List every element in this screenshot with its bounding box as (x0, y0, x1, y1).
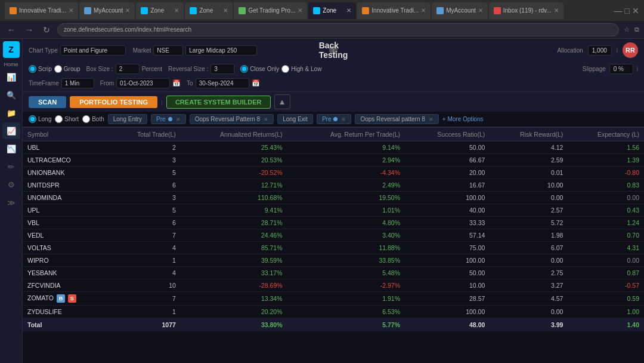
forward-btn[interactable]: → (23, 24, 36, 36)
cell-success-ratio: 16.67 (405, 179, 490, 192)
tab-7[interactable]: Innovative Tradi...✕ (357, 2, 431, 19)
from-group: From 01-Oct-2023 📅 (100, 78, 181, 88)
cell-symbol: UNIONBANK (23, 167, 109, 179)
tab-6-active[interactable]: Zone✕ (308, 2, 356, 19)
large-midcap-value[interactable]: Large Midcap 250 (185, 45, 257, 56)
date-row: TimeFrame 1 Min From 01-Oct-2023 📅 To 30… (23, 76, 644, 91)
high-low-radio[interactable]: High & Low (281, 65, 321, 73)
table-row[interactable]: ZOMATO B S713.34%1.91%28.574.570.59 (23, 292, 644, 306)
pre-entry-close[interactable]: ✕ (176, 116, 181, 122)
cell-ann-return: -20.52% (181, 167, 287, 179)
table-row[interactable]: UNITDSPR612.71%2.49%16.6710.000.83 (23, 179, 644, 192)
percent-label: Percent (142, 66, 162, 72)
cell-success-ratio: 50.00 (405, 141, 490, 154)
maximize-btn[interactable]: □ (625, 6, 630, 16)
table-row[interactable]: ZYDUSLIFE120.20%6.53%100.000.001.00 (23, 306, 644, 318)
table-row[interactable]: UNOMINDA3110.68%19.50%100.000.000.00 (23, 192, 644, 204)
to-label: To (187, 80, 193, 87)
timeframe-value[interactable]: 1 Min (61, 78, 94, 88)
cell-total-trade: 4 (109, 267, 181, 279)
both-radio[interactable]: Both (82, 115, 104, 123)
bookmark-btn[interactable]: ☆ (624, 26, 630, 33)
allocation-info[interactable]: i (617, 47, 618, 54)
table-row[interactable]: UPL59.41%1.01%40.002.570.43 (23, 204, 644, 217)
tab-8[interactable]: MyAccount✕ (432, 2, 487, 19)
tab-4[interactable]: Zone✕ (185, 2, 233, 19)
table-row[interactable]: VEDL724.46%3.40%57.141.980.70 (23, 229, 644, 242)
sidebar-item-folder[interactable]: 📁 (2, 104, 20, 121)
long-radio[interactable]: Long (29, 115, 51, 123)
reversal-label: Reversal Size : (168, 66, 208, 72)
tab-2[interactable]: MyAccount✕ (79, 2, 135, 19)
cell-success-ratio: 33.33 (405, 217, 490, 229)
reversal-input[interactable] (210, 64, 234, 74)
table-row[interactable]: ULTRACEMCO320.53%2.94%66.672.591.39 (23, 154, 644, 167)
cell-symbol: UNITDSPR (23, 179, 109, 192)
box-size-input[interactable] (116, 64, 140, 74)
back-btn[interactable]: ← (5, 24, 18, 36)
sidebar-item-scan[interactable]: 🔍 (2, 87, 20, 103)
market-value[interactable]: NSE (153, 45, 183, 56)
slippage-group: Slippage 0 % i (583, 64, 638, 74)
close-only-radio[interactable]: Close Only (240, 65, 279, 73)
reload-btn[interactable]: ↻ (41, 24, 52, 36)
cell-avg-return: 4.80% (287, 217, 405, 229)
cell-risk-reward: 4.12 (490, 141, 568, 154)
oops-entry-close[interactable]: ✕ (264, 116, 268, 122)
pre-exit-close[interactable]: ✕ (341, 116, 346, 122)
extensions-btn[interactable]: ⧉ (634, 26, 639, 33)
table-row[interactable]: YESBANK433.17%5.48%50.002.750.87 (23, 267, 644, 279)
tab-1[interactable]: Innovative Tradi...✕ (5, 2, 78, 19)
close-btn[interactable]: ✕ (632, 6, 639, 16)
create-system-button[interactable]: CREATE SYSTEM BUILDER (166, 96, 271, 109)
short-radio[interactable]: Short (55, 115, 79, 123)
scan-button[interactable]: SCAN (29, 96, 66, 108)
long-entry-chip[interactable]: Long Entry (108, 114, 147, 124)
chart-type-value[interactable]: Point and Figure (60, 45, 126, 56)
portfolio-testing-button[interactable]: PORTFOLIO TESTING (70, 96, 157, 108)
slippage-value[interactable]: 0 % (609, 64, 633, 74)
collapse-button[interactable]: ▲ (274, 94, 290, 109)
cell-symbol: ZYDUSLIFE (23, 306, 109, 318)
pre-exit-chip[interactable]: Pre ✕ (317, 114, 352, 124)
from-value[interactable]: 01-Oct-2023 (116, 78, 170, 88)
table-row[interactable]: ZFCVINDIA10-28.69%-2.97%10.003.27-0.57 (23, 279, 644, 292)
table-row[interactable]: VOLTAS485.71%11.88%75.006.074.31 (23, 242, 644, 254)
tab-5[interactable]: Get Trading Pro...✕ (234, 2, 307, 19)
table-row[interactable]: WIPRO139.59%33.85%100.000.000.00 (23, 254, 644, 267)
tab-3[interactable]: Zone✕ (136, 2, 184, 19)
app-logo[interactable]: Z (3, 41, 20, 58)
to-value[interactable]: 30-Sep-2024 (196, 78, 249, 88)
sidebar-item-analytics[interactable]: 📉 (2, 140, 20, 157)
cell-risk-reward: 10.00 (490, 179, 568, 192)
sidebar-item-chart[interactable]: 📊 (2, 69, 20, 85)
app-container: Z Home 📊 🔍 📁 📈 📉 ✏ ⚙ ≫ Chart Type Point … (0, 39, 644, 363)
address-bar[interactable]: zone.definedsecurities.com/index.html#re… (57, 23, 619, 36)
oops-entry-chip[interactable]: Oops Reversal Pattern 8 ✕ (190, 114, 274, 124)
group-radio[interactable]: Group (54, 65, 80, 73)
tab-9[interactable]: Inbox (119) - rdv...✕ (489, 2, 564, 19)
cell-risk-reward: 3.27 (490, 279, 568, 292)
table-row[interactable]: UNIONBANK5-20.52%-4.34%20.000.01-0.80 (23, 167, 644, 179)
cell-symbol: VOLTAS (23, 242, 109, 254)
oops-exit-close[interactable]: ✕ (429, 116, 434, 122)
slippage-info[interactable]: i (637, 66, 638, 72)
oops-exit-chip[interactable]: Oops Reversal pattern 8 ✕ (355, 114, 438, 124)
sidebar-item-backtesting[interactable]: 📈 (2, 122, 20, 139)
from-calendar-icon[interactable]: 📅 (172, 79, 181, 87)
cell-risk-reward: 0.00 (490, 192, 568, 204)
scrip-radio[interactable]: Scrip (29, 65, 52, 73)
table-row[interactable]: VBL628.71%4.80%33.335.721.24 (23, 217, 644, 229)
sidebar-item-edit[interactable]: ✏ (2, 158, 20, 175)
sidebar-item-settings[interactable]: ⚙ (2, 176, 20, 193)
to-calendar-icon[interactable]: 📅 (252, 79, 260, 87)
long-exit-chip[interactable]: Long Exit (277, 114, 313, 124)
allocation-value[interactable]: 1,000 (588, 45, 612, 56)
sidebar-item-more[interactable]: ≫ (2, 194, 20, 211)
minimize-btn[interactable]: — (614, 6, 623, 16)
pre-entry-chip[interactable]: Pre ✕ (151, 114, 186, 124)
user-avatar[interactable]: RR (623, 42, 638, 58)
table-row[interactable]: UBL225.43%9.14%50.004.121.56 (23, 141, 644, 154)
cell-avg-return: 5.48% (287, 267, 405, 279)
more-options-btn[interactable]: + More Options (442, 116, 484, 122)
